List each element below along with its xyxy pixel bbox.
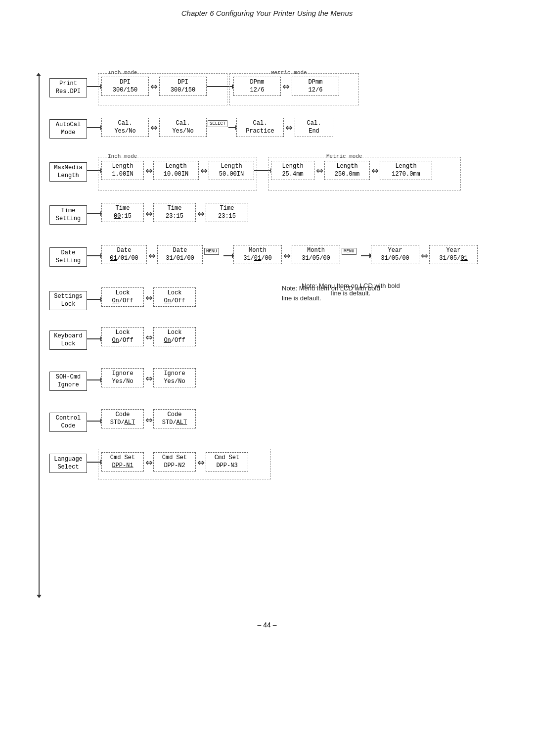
left-item-control-code: Control Code — [49, 413, 87, 432]
left-item-settings-lock: Settings Lock — [49, 291, 87, 310]
dpi-box-2: DPI 300/150 — [159, 77, 207, 96]
dbl-arrow-len2: ⇔ — [200, 165, 208, 176]
note-text-line2: line is default. — [302, 289, 400, 297]
left-item-print: Print Res.DPI — [49, 78, 87, 97]
metric-mode-label-1: Metric mode — [271, 70, 307, 76]
dpi-box-1: DPI 300/150 — [101, 77, 149, 96]
arrow-control-code — [87, 421, 101, 422]
arrow-to-metric-1 — [207, 86, 232, 87]
length-25mm-box: Length 25.4mm — [271, 161, 314, 180]
arrow-keyboard-lock — [87, 338, 101, 339]
menu-btn-label-1: MENU — [204, 248, 219, 255]
dbl-arrow-year1: ⇔ — [421, 250, 428, 261]
settings-lock-box-1: Lock On/Off — [101, 287, 144, 307]
left-item-language-select: Language Select — [49, 454, 87, 473]
length-250mm-box: Length 250.0mm — [324, 161, 370, 180]
left-item-date: Date Setting — [49, 247, 87, 267]
length-1in-box: Length 1.00IN — [101, 161, 144, 180]
dpmm-box-1: DPmm 12/6 — [233, 77, 281, 96]
dbl-arrow-month1: ⇔ — [283, 250, 291, 261]
dbl-arrow-dpmm: ⇔ — [282, 81, 290, 92]
ignore-box-1: Ignore Yes/No — [101, 368, 144, 387]
dbl-arrow-code1: ⇔ — [145, 415, 153, 425]
dbl-arrow-time1: ⇔ — [145, 208, 153, 219]
ignore-box-2: Ignore Yes/No — [153, 368, 196, 387]
spine-line — [39, 76, 40, 595]
note-text-line1: Note: Menu Item on LCD with bold — [302, 282, 400, 289]
arrow-settings-lock — [87, 299, 101, 300]
dbl-arrow-len4: ⇔ — [371, 165, 379, 176]
cmdset-n2-box: Cmd Set DPP-N2 — [153, 452, 196, 472]
note-block: Note: Menu Item on LCD with bold line is… — [302, 282, 400, 297]
chapter-title: Chapter 6 Configuring Your Printer Using… — [0, 0, 534, 22]
arrow-autocal — [87, 127, 101, 128]
metric-mode-label-2: Metric mode — [326, 153, 362, 159]
keyboard-lock-box-2: Lock On/Off — [153, 327, 196, 346]
dbl-arrow-cal1: ⇔ — [150, 122, 158, 133]
dbl-arrow-time2: ⇔ — [197, 208, 205, 219]
code-box-1: Code STD/ALT — [101, 409, 144, 428]
dbl-arrow-date1: ⇔ — [148, 250, 156, 261]
page-number: – 44 – — [0, 621, 534, 629]
menu-btn-label-2: MENU — [342, 248, 356, 255]
arrow-time — [87, 213, 101, 214]
month-box-2: Month 31/05/00 — [292, 245, 340, 264]
left-item-maxmedia: MaxMedia Length — [49, 162, 87, 182]
dbl-arrow-ignore1: ⇔ — [145, 373, 153, 384]
arrow-to-month — [223, 255, 232, 256]
length-10in-box: Length 10.00IN — [153, 161, 199, 180]
time-23-box-1: Time 23:15 — [153, 203, 196, 222]
left-item-keyboard-lock: Keyboard Lock — [49, 331, 87, 350]
keyboard-lock-box-1: Lock On/Off — [101, 327, 144, 346]
cmdset-n3-box: Cmd Set DPP-N3 — [206, 452, 248, 472]
inch-mode-label-2: Inch mode — [108, 153, 137, 159]
length-50in-box: Length 50.00IN — [209, 161, 254, 180]
inch-mode-label-1: Inch mode — [108, 70, 137, 76]
cal-yesno-box-2: Cal. Yes/No — [159, 118, 207, 137]
arrow-to-cal-practice — [228, 127, 236, 128]
left-item-autocal: AutoCal Mode — [49, 119, 87, 139]
date-box-1: Date 01/01/00 — [101, 245, 147, 264]
arrow-soh-cmd — [87, 379, 101, 380]
dbl-arrow-len3: ⇔ — [316, 165, 323, 176]
dbl-arrow-lang2: ⇔ — [197, 457, 205, 468]
settings-lock-box-2: Lock On/Off — [153, 287, 196, 307]
cal-practice-box: Cal. Practice — [236, 118, 284, 137]
cal-end-box: Cal. End — [295, 118, 333, 137]
arrow-to-year — [361, 255, 370, 256]
month-box-1: Month 31/01/00 — [233, 245, 282, 264]
code-box-2: Code STD/ALT — [153, 409, 196, 428]
cmdset-n1-box: Cmd Set DPP-N1 — [101, 452, 144, 472]
dbl-arrow-len1: ⇔ — [145, 165, 153, 176]
date-box-2: Date 31/01/00 — [157, 245, 203, 264]
time-23-box-2: Time 23:15 — [206, 203, 248, 222]
select-btn-label: SELECT — [208, 120, 227, 127]
arrow-date — [87, 255, 101, 256]
dpmm-box-2: DPmm 12/6 — [292, 77, 339, 96]
dbl-arrow-dpi: ⇔ — [150, 81, 158, 92]
left-item-time: Time Setting — [49, 205, 87, 225]
dbl-arrow-slock1: ⇔ — [145, 292, 153, 303]
diagram-area: Print Res.DPI Inch mode DPI 300/150 ⇔ DP… — [0, 22, 534, 616]
year-box-2: Year 31/05/01 — [429, 245, 478, 264]
spine-arrow-top — [36, 73, 41, 76]
dbl-arrow-lang1: ⇔ — [145, 457, 153, 468]
left-item-soh-cmd: SOH-Cmd Ignore — [49, 372, 87, 391]
time-00-box: Time 00:15 — [101, 203, 144, 222]
cal-yesno-box-1: Cal. Yes/No — [101, 118, 149, 137]
dbl-arrow-klock1: ⇔ — [145, 332, 153, 343]
length-1270mm-box: Length 1270.0mm — [380, 161, 432, 180]
spine-arrow-bottom — [39, 591, 40, 595]
year-box-1: Year 31/05/00 — [371, 245, 419, 264]
dbl-arrow-cal2: ⇔ — [285, 122, 293, 133]
